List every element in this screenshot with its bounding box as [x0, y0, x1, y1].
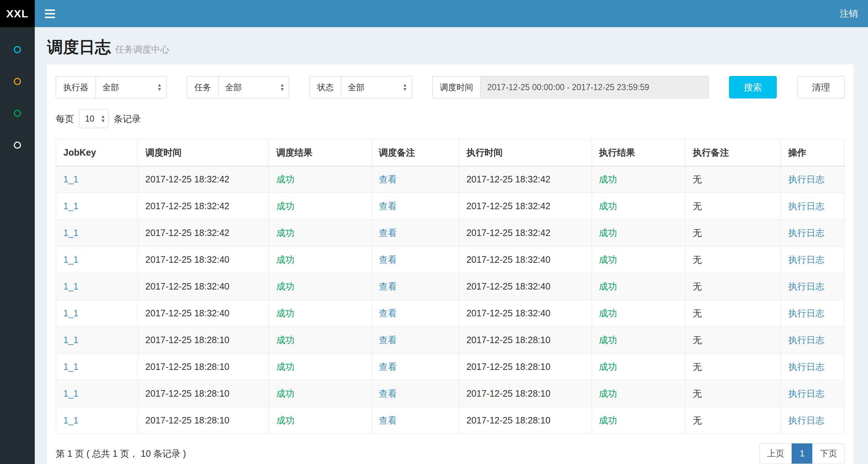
- trigger-time-cell: 2017-12-25 18:28:10: [138, 380, 269, 407]
- table-cell: 查看: [371, 220, 459, 246]
- table-row: 1_12017-12-25 18:32:42成功查看2017-12-25 18:…: [56, 193, 845, 220]
- exec-log-link[interactable]: 执行日志: [788, 335, 824, 345]
- table-cell: 执行日志: [781, 246, 845, 273]
- trigger-result-cell: 成功: [269, 354, 371, 380]
- trigger-msg-link[interactable]: 查看: [379, 308, 397, 318]
- prev-page-button[interactable]: 上页: [759, 443, 792, 464]
- trigger-msg-link[interactable]: 查看: [379, 281, 397, 291]
- table-cell: 1_1: [56, 193, 138, 220]
- current-page-button[interactable]: 1: [792, 443, 813, 464]
- executor-select[interactable]: 全部 ▲▼: [96, 76, 167, 98]
- jobkey-link[interactable]: 1_1: [63, 174, 79, 184]
- table-row: 1_12017-12-25 18:32:40成功查看2017-12-25 18:…: [56, 300, 845, 327]
- trigger-msg-link[interactable]: 查看: [379, 362, 397, 372]
- table-row: 1_12017-12-25 18:32:40成功查看2017-12-25 18:…: [56, 273, 845, 300]
- exec-log-link[interactable]: 执行日志: [788, 388, 824, 398]
- table-cell: 查看: [371, 380, 459, 407]
- page-size-select[interactable]: 10 ▲▼: [79, 109, 109, 128]
- time-range-input[interactable]: 2017-12-25 00:00:00 - 2017-12-25 23:59:5…: [480, 76, 709, 98]
- trigger-time-cell: 2017-12-25 18:28:10: [138, 327, 269, 354]
- exec-log-link[interactable]: 执行日志: [788, 254, 824, 265]
- log-table: JobKey调度时间调度结果调度备注执行时间执行结果执行备注操作 1_12017…: [56, 139, 845, 434]
- exec-log-link[interactable]: 执行日志: [788, 201, 824, 211]
- table-cell: 查看: [371, 300, 459, 327]
- handle-msg-cell: 无: [685, 193, 781, 220]
- trigger-result-cell: 成功: [269, 273, 371, 300]
- trigger-msg-link[interactable]: 查看: [379, 174, 397, 184]
- table-cell: 执行日志: [781, 354, 845, 380]
- column-header: 执行结果: [591, 139, 685, 166]
- job-select[interactable]: 全部 ▲▼: [218, 76, 289, 98]
- column-header: JobKey: [56, 139, 138, 166]
- column-header: 执行备注: [685, 139, 781, 166]
- logout-link[interactable]: 注销: [840, 8, 858, 20]
- handle-msg-cell: 无: [685, 407, 781, 434]
- status-filter-label: 状态: [309, 76, 341, 98]
- table-cell: 1_1: [56, 220, 138, 246]
- table-cell: 1_1: [56, 327, 138, 354]
- log-table-header-row: JobKey调度时间调度结果调度备注执行时间执行结果执行备注操作: [56, 139, 845, 166]
- table-cell: 查看: [371, 273, 459, 300]
- exec-log-link[interactable]: 执行日志: [788, 281, 824, 291]
- search-button[interactable]: 搜索: [729, 76, 777, 98]
- trigger-time-cell: 2017-12-25 18:32:40: [138, 273, 269, 300]
- table-footer: 第 1 页 ( 总共 1 页， 10 条记录 ) 上页 1 下页: [56, 443, 845, 464]
- sidebar-menu: [0, 27, 35, 464]
- exec-log-link[interactable]: 执行日志: [788, 415, 824, 425]
- handle-time-cell: 2017-12-25 18:28:10: [459, 380, 591, 407]
- jobkey-link[interactable]: 1_1: [63, 335, 79, 345]
- trigger-msg-link[interactable]: 查看: [379, 228, 397, 238]
- sidebar-item-2[interactable]: [0, 66, 35, 97]
- trigger-result-cell: 成功: [269, 193, 371, 220]
- jobkey-link[interactable]: 1_1: [63, 388, 79, 398]
- trigger-msg-link[interactable]: 查看: [379, 415, 397, 425]
- sidebar-item-3[interactable]: [0, 97, 35, 129]
- trigger-time-cell: 2017-12-25 18:32:42: [138, 166, 269, 193]
- jobkey-link[interactable]: 1_1: [63, 201, 79, 211]
- sidebar-toggle-icon[interactable]: [45, 9, 55, 18]
- select-stepper-icon: ▲▼: [157, 83, 162, 92]
- status-select[interactable]: 全部 ▲▼: [341, 76, 412, 98]
- trigger-msg-link[interactable]: 查看: [379, 335, 397, 345]
- exec-log-link[interactable]: 执行日志: [788, 174, 824, 184]
- exec-log-link[interactable]: 执行日志: [788, 308, 824, 318]
- handle-result-cell: 成功: [591, 354, 685, 380]
- clear-button[interactable]: 清理: [797, 76, 845, 98]
- handle-msg-cell: 无: [685, 166, 781, 193]
- jobkey-link[interactable]: 1_1: [63, 228, 79, 238]
- sidebar-item-4[interactable]: [0, 129, 35, 161]
- jobkey-link[interactable]: 1_1: [63, 308, 79, 318]
- handle-result-cell: 成功: [591, 300, 685, 327]
- trigger-msg-link[interactable]: 查看: [379, 201, 397, 211]
- table-cell: 1_1: [56, 300, 138, 327]
- job-filter-label: 任务: [187, 76, 218, 98]
- table-cell: 执行日志: [781, 380, 845, 407]
- handle-result-cell: 成功: [591, 166, 685, 193]
- app-logo[interactable]: XXL: [0, 0, 35, 27]
- handle-result-cell: 成功: [591, 327, 685, 354]
- executor-filter-label: 执行器: [56, 76, 96, 98]
- table-cell: 查看: [371, 166, 459, 193]
- exec-log-link[interactable]: 执行日志: [788, 228, 824, 238]
- table-cell: 查看: [371, 327, 459, 354]
- select-stepper-icon: ▲▼: [403, 83, 407, 92]
- trigger-msg-link[interactable]: 查看: [379, 254, 397, 265]
- handle-time-cell: 2017-12-25 18:32:42: [459, 166, 591, 193]
- sidebar-item-1[interactable]: [0, 34, 35, 66]
- executor-select-value: 全部: [102, 82, 119, 93]
- circle-icon: [14, 78, 21, 85]
- jobkey-link[interactable]: 1_1: [63, 415, 79, 425]
- table-row: 1_12017-12-25 18:28:10成功查看2017-12-25 18:…: [56, 327, 845, 354]
- exec-log-link[interactable]: 执行日志: [788, 362, 824, 372]
- jobkey-link[interactable]: 1_1: [63, 362, 79, 372]
- jobkey-link[interactable]: 1_1: [63, 281, 79, 291]
- jobkey-link[interactable]: 1_1: [63, 254, 79, 265]
- handle-time-cell: 2017-12-25 18:32:42: [459, 193, 591, 220]
- table-cell: 执行日志: [781, 220, 845, 246]
- page-subtitle: 任务调度中心: [115, 44, 169, 54]
- next-page-button[interactable]: 下页: [812, 443, 845, 464]
- page-size-suffix: 条记录: [114, 113, 141, 125]
- column-header: 调度结果: [269, 139, 371, 166]
- column-header: 调度备注: [371, 139, 459, 166]
- trigger-msg-link[interactable]: 查看: [379, 388, 397, 398]
